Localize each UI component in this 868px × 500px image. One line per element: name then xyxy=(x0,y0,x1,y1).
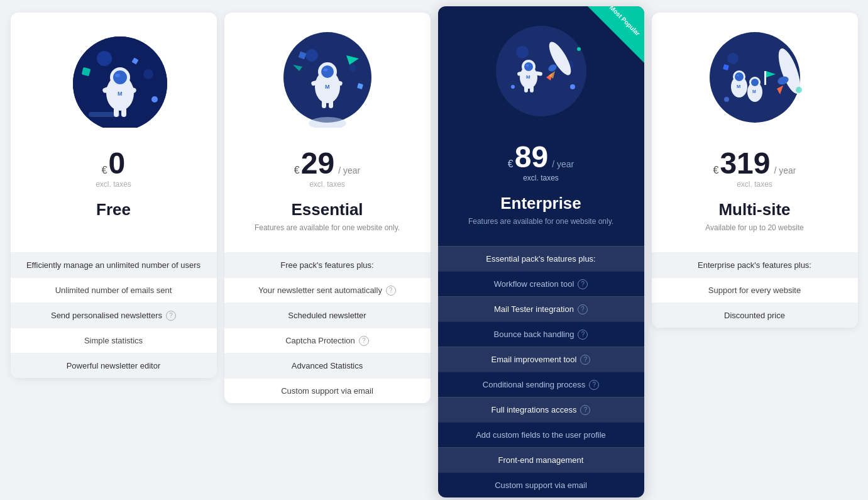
help-icon[interactable]: ? xyxy=(359,336,369,346)
svg-point-50 xyxy=(511,85,515,89)
plan-name: Essential xyxy=(224,200,431,219)
feature-item: Add custom fields to the user profile xyxy=(438,422,644,447)
help-icon[interactable]: ? xyxy=(580,405,590,415)
plan-name: Multi-site xyxy=(652,200,858,219)
help-icon[interactable]: ? xyxy=(589,380,599,390)
svg-point-23 xyxy=(321,65,334,78)
feature-item: Support for every website xyxy=(652,277,858,303)
feature-item: Front-end management xyxy=(438,447,644,472)
feature-text: Mail Tester integration xyxy=(494,304,574,314)
svg-point-52 xyxy=(577,47,581,51)
svg-rect-27 xyxy=(329,99,333,108)
feature-text: Conditional sending process xyxy=(483,380,585,389)
feature-item: Discounted price xyxy=(652,303,858,328)
feature-text: Scheduled newsletter xyxy=(288,311,366,320)
svg-point-15 xyxy=(151,96,158,103)
svg-point-7 xyxy=(113,70,127,84)
svg-rect-10 xyxy=(121,107,126,117)
feature-text: Discounted price xyxy=(724,311,785,320)
feature-item: Mail Tester integration? xyxy=(438,296,644,321)
price-amount: 89 xyxy=(515,142,548,172)
feature-item: Efficiently manage an unlimited number o… xyxy=(11,252,217,277)
svg-text:M: M xyxy=(526,74,530,80)
svg-rect-49 xyxy=(530,85,534,92)
svg-point-43 xyxy=(524,62,533,71)
svg-point-60 xyxy=(735,72,744,81)
plan-card-enterprise: Most Popular M xyxy=(438,6,644,497)
feature-text: Captcha Protection xyxy=(285,336,355,345)
help-icon[interactable]: ? xyxy=(580,355,590,365)
plan-subtitle: Features are available for one website o… xyxy=(438,217,644,237)
svg-point-51 xyxy=(570,84,575,89)
feature-item: Full integrations access? xyxy=(438,397,644,422)
feature-item: Enterprise pack's features plus: xyxy=(652,252,858,277)
plan-illustration: M xyxy=(11,13,217,138)
features-list: Essential pack's features plus: Workflow… xyxy=(438,246,644,497)
svg-point-24 xyxy=(323,68,327,71)
svg-point-61 xyxy=(737,74,739,76)
plan-name: Enterprise xyxy=(438,194,644,213)
feature-item: Custom support via email xyxy=(224,378,431,403)
feature-text: Full integrations access xyxy=(492,405,577,414)
help-icon[interactable]: ? xyxy=(166,311,176,321)
svg-point-3 xyxy=(143,69,153,79)
svg-point-65 xyxy=(751,79,759,86)
feature-item: Send personalised newsletters? xyxy=(11,303,217,328)
help-icon[interactable]: ? xyxy=(578,279,588,289)
price-section: €319/ year excl. taxes xyxy=(652,138,858,194)
svg-text:M: M xyxy=(118,91,123,97)
feature-item: Simple statistics xyxy=(11,328,217,353)
feature-text: Essential pack's features plus: xyxy=(486,254,595,264)
feature-text: Powerful newsletter editor xyxy=(67,361,161,370)
feature-item: Your newsletter sent automatically? xyxy=(224,277,431,303)
feature-text: Custom support via email xyxy=(281,386,373,396)
svg-rect-9 xyxy=(114,107,119,117)
help-icon[interactable]: ? xyxy=(578,330,588,340)
plan-card-essential: M €29/ year excl. taxes Essential Featur… xyxy=(224,13,431,403)
plan-subtitle: Available for up to 20 website xyxy=(652,223,858,243)
excl-taxes: excl. taxes xyxy=(652,180,858,189)
feature-text: Unlimited number of emails sent xyxy=(55,286,172,295)
currency-symbol: € xyxy=(102,165,107,176)
plan-card-multisite: M M €319/ year excl. taxes Multi-site Av… xyxy=(652,13,858,328)
svg-point-18 xyxy=(305,49,318,62)
svg-point-8 xyxy=(115,74,120,77)
feature-text: Simple statistics xyxy=(84,336,143,345)
currency-symbol: € xyxy=(294,165,300,176)
feature-item: Advanced Statistics xyxy=(224,353,431,378)
svg-point-35 xyxy=(516,46,529,58)
price-section: €0 excl. taxes xyxy=(11,138,217,194)
feature-item: Workflow creation tool? xyxy=(438,271,644,296)
features-list: Enterprise pack's features plus: Support… xyxy=(652,252,858,328)
plan-illustration: M xyxy=(224,13,431,138)
feature-text: Send personalised newsletters xyxy=(51,311,162,320)
excl-taxes: excl. taxes xyxy=(11,180,217,189)
feature-item: Unlimited number of emails sent xyxy=(11,277,217,303)
feature-text: Front-end management xyxy=(498,455,584,465)
svg-text:M: M xyxy=(737,84,740,89)
feature-text: Custom support via email xyxy=(495,481,587,490)
feature-item: Scheduled newsletter xyxy=(224,303,431,328)
plan-card-free: M €0 excl. taxes Free Efficiently manage… xyxy=(11,13,217,378)
svg-point-70 xyxy=(796,87,802,93)
price-amount: 0 xyxy=(109,148,126,179)
feature-item: Custom support via email xyxy=(438,472,644,497)
plan-illustration: M M xyxy=(652,13,858,138)
price-period: / year xyxy=(338,165,360,175)
svg-point-19 xyxy=(349,64,356,72)
svg-rect-48 xyxy=(524,85,528,92)
svg-point-69 xyxy=(724,97,729,102)
svg-text:M: M xyxy=(325,84,330,90)
feature-text: Efficiently manage an unlimited number o… xyxy=(26,260,201,270)
svg-point-54 xyxy=(727,53,739,64)
excl-taxes: excl. taxes xyxy=(224,180,431,189)
feature-item: Free pack's features plus: xyxy=(224,252,431,277)
excl-taxes: excl. taxes xyxy=(438,174,644,182)
feature-item: Powerful newsletter editor xyxy=(11,353,217,378)
plan-subtitle xyxy=(11,223,217,243)
price-period: / year xyxy=(552,159,574,169)
help-icon[interactable]: ? xyxy=(578,304,588,314)
svg-point-34 xyxy=(496,26,586,116)
help-icon[interactable]: ? xyxy=(386,286,396,296)
feature-text: Advanced Statistics xyxy=(292,361,363,370)
